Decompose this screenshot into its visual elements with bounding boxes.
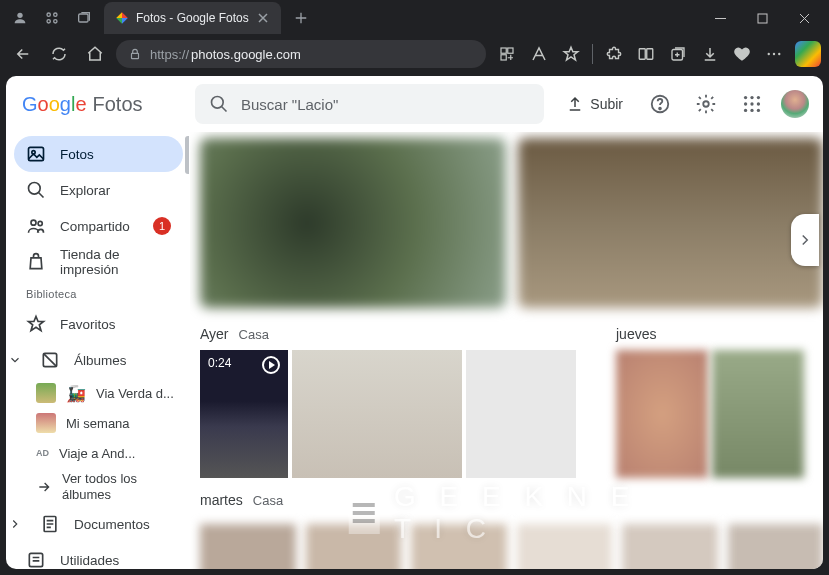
sidebar-item-explore[interactable]: Explorar bbox=[14, 172, 183, 208]
svg-point-19 bbox=[659, 108, 661, 110]
svg-rect-30 bbox=[29, 147, 44, 160]
workspaces-icon[interactable] bbox=[42, 8, 62, 28]
svg-rect-8 bbox=[501, 48, 506, 53]
upload-icon bbox=[566, 95, 584, 113]
favorite-icon[interactable] bbox=[556, 39, 586, 69]
svg-point-3 bbox=[47, 20, 50, 23]
close-window-button[interactable] bbox=[783, 2, 825, 34]
url-prefix: https:// bbox=[150, 47, 189, 62]
maximize-button[interactable] bbox=[741, 2, 783, 34]
new-tab-button[interactable] bbox=[287, 4, 315, 32]
svg-rect-6 bbox=[758, 14, 767, 23]
split-screen-icon[interactable] bbox=[631, 39, 661, 69]
sidebar-item-documents[interactable]: Documentos bbox=[14, 506, 183, 542]
sidebar-item-shared[interactable]: Compartido 1 bbox=[14, 208, 183, 244]
refresh-button[interactable] bbox=[44, 39, 74, 69]
library-label: Biblioteca bbox=[14, 280, 183, 306]
sidebar-label: Explorar bbox=[60, 183, 110, 198]
back-button[interactable] bbox=[8, 39, 38, 69]
star-icon bbox=[26, 314, 46, 334]
photo-thumbnail[interactable] bbox=[517, 524, 613, 569]
svg-point-26 bbox=[757, 102, 760, 105]
view-all-albums[interactable]: Ver todos los álbumes bbox=[14, 468, 183, 506]
health-icon[interactable] bbox=[727, 39, 757, 69]
url-host: photos.google.com bbox=[191, 47, 301, 62]
album-sub-item[interactable]: Mi semana bbox=[14, 408, 183, 438]
view-all-label: Ver todos los álbumes bbox=[62, 471, 175, 502]
bag-icon bbox=[26, 252, 46, 272]
sidebar-item-favorites[interactable]: Favoritos bbox=[14, 306, 183, 342]
sidebar-item-printshop[interactable]: Tienda de impresión bbox=[14, 244, 183, 280]
emoji-icon: 🚂 bbox=[66, 384, 86, 403]
photo-thumbnail[interactable] bbox=[466, 350, 576, 478]
sidebar-label: Utilidades bbox=[60, 553, 119, 568]
search-input[interactable]: Buscar "Lacio" bbox=[195, 84, 544, 124]
close-tab-icon[interactable] bbox=[255, 10, 271, 26]
svg-rect-12 bbox=[647, 49, 653, 60]
album-sub-item[interactable]: 🚂 Via Verda d... bbox=[14, 378, 183, 408]
svg-point-25 bbox=[750, 102, 753, 105]
photo-thumbnail[interactable] bbox=[411, 524, 507, 569]
tabs-icon[interactable] bbox=[74, 8, 94, 28]
sidebar-item-utilities[interactable]: Utilidades bbox=[14, 542, 183, 569]
svg-rect-5 bbox=[79, 14, 88, 22]
downloads-icon[interactable] bbox=[695, 39, 725, 69]
photo-thumbnail[interactable] bbox=[622, 524, 718, 569]
photo-thumbnail[interactable] bbox=[200, 524, 296, 569]
photo-thumbnail[interactable] bbox=[200, 350, 288, 478]
svg-point-28 bbox=[750, 109, 753, 112]
browser-tab[interactable]: Fotos - Google Fotos bbox=[104, 2, 281, 34]
photo-thumbnail[interactable] bbox=[728, 524, 824, 569]
help-button[interactable] bbox=[641, 85, 679, 123]
arrow-right-icon bbox=[36, 478, 52, 496]
settings-button[interactable] bbox=[687, 85, 725, 123]
avatar[interactable] bbox=[779, 88, 811, 120]
photo-thumbnail[interactable] bbox=[306, 524, 402, 569]
copilot-icon[interactable] bbox=[795, 41, 821, 67]
lock-icon bbox=[128, 47, 142, 61]
apps-grid-button[interactable] bbox=[733, 85, 771, 123]
ad-badge: AD bbox=[36, 448, 49, 458]
place-label: Casa bbox=[239, 327, 269, 342]
featured-photo[interactable] bbox=[200, 138, 506, 308]
product-name: Fotos bbox=[93, 93, 143, 116]
sidebar-label: Favoritos bbox=[60, 317, 116, 332]
more-menu-icon[interactable] bbox=[759, 39, 789, 69]
utilities-icon bbox=[26, 550, 46, 569]
featured-photo[interactable] bbox=[518, 138, 824, 308]
date-label: martes bbox=[200, 492, 243, 508]
extensions-grid-icon[interactable] bbox=[492, 39, 522, 69]
photo-thumbnail[interactable] bbox=[616, 350, 708, 478]
home-button[interactable] bbox=[80, 39, 110, 69]
google-wordmark: Google bbox=[22, 93, 87, 116]
svg-point-27 bbox=[744, 109, 747, 112]
address-bar[interactable]: https://photos.google.com bbox=[116, 40, 486, 68]
photo-thumbnail[interactable] bbox=[712, 350, 804, 478]
ext-puzzle-icon[interactable] bbox=[599, 39, 629, 69]
svg-point-32 bbox=[29, 183, 41, 195]
tab-title: Fotos - Google Fotos bbox=[136, 11, 249, 25]
svg-point-24 bbox=[744, 102, 747, 105]
sidebar-item-photos[interactable]: Fotos bbox=[14, 136, 183, 172]
photos-favicon-icon bbox=[114, 10, 130, 26]
svg-point-1 bbox=[47, 13, 50, 16]
chevron-down-icon bbox=[8, 350, 22, 370]
people-icon bbox=[26, 216, 46, 236]
svg-point-0 bbox=[17, 13, 22, 18]
svg-point-22 bbox=[750, 96, 753, 99]
minimize-button[interactable] bbox=[699, 2, 741, 34]
read-aloud-icon[interactable] bbox=[524, 39, 554, 69]
google-photos-logo[interactable]: Google Fotos bbox=[18, 93, 183, 116]
album-thumb-icon bbox=[36, 413, 56, 433]
album-sub-item[interactable]: AD Viaje a And... bbox=[14, 438, 183, 468]
profile-icon[interactable] bbox=[10, 8, 30, 28]
sidebar-label: Álbumes bbox=[74, 353, 127, 368]
place-label: Casa bbox=[253, 493, 283, 508]
svg-point-4 bbox=[54, 20, 57, 23]
collections-icon[interactable] bbox=[663, 39, 693, 69]
svg-rect-9 bbox=[508, 48, 513, 53]
next-featured-button[interactable] bbox=[791, 214, 819, 266]
upload-button[interactable]: Subir bbox=[556, 89, 633, 119]
photo-thumbnail[interactable] bbox=[292, 350, 462, 478]
sidebar-item-albums[interactable]: Álbumes bbox=[14, 342, 183, 378]
